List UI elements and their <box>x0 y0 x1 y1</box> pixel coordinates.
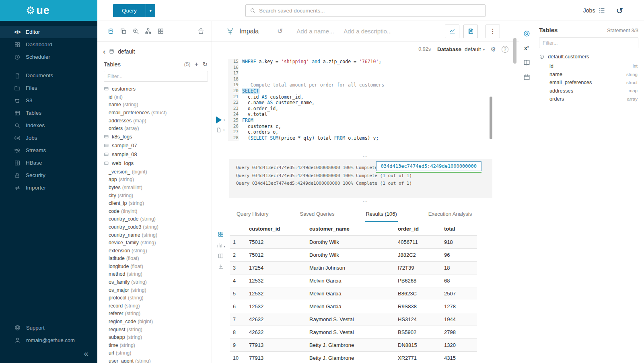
column-item-addresses[interactable]: addressesmap <box>539 87 638 95</box>
tab-saved-queries[interactable]: Saved Queries <box>299 211 335 222</box>
help-icon[interactable]: ? <box>502 46 508 53</box>
column-item-protocol[interactable]: protocol(string) <box>104 294 212 302</box>
code-line[interactable]: 17 <box>228 70 519 76</box>
back-chevron-icon[interactable]: ‹ <box>103 47 105 55</box>
database-select[interactable]: default ▾ <box>465 46 485 52</box>
table-row[interactable]: 842632Raymond S. VestalBS59022798 <box>230 326 477 339</box>
sidebar-item-editor[interactable]: </>Editor <box>0 26 97 38</box>
jobs-link[interactable]: Jobs <box>583 7 606 14</box>
sidebar-item-scheduler[interactable]: Scheduler <box>0 51 97 63</box>
snippet-history-icon[interactable]: ↺ <box>277 28 283 35</box>
search-plus-icon[interactable] <box>132 28 139 35</box>
code-line[interactable]: 26 customers c, <box>228 124 519 130</box>
column-item-name[interactable]: namestring <box>539 70 638 78</box>
sitemap-icon[interactable] <box>145 28 152 35</box>
code-line[interactable]: 18 <box>228 76 519 82</box>
tab-results-106[interactable]: Results (106) <box>365 211 397 222</box>
table-item-sample-08[interactable]: sample_08 <box>104 150 212 159</box>
table-item-customers[interactable]: customers <box>104 84 212 93</box>
new-query-button[interactable]: Query ▾ <box>113 4 155 17</box>
table-row[interactable]: 317254Martin JohnsonI72T3918 <box>230 262 477 274</box>
settings-gear-icon[interactable]: ⚙ <box>491 46 496 52</box>
column-header-order-id[interactable]: order_id <box>395 222 441 236</box>
sidebar-item-s3[interactable]: S3 <box>0 94 97 107</box>
table-item-sample-07[interactable]: sample_07 <box>104 141 212 150</box>
column-item-id[interactable]: idint <box>539 62 638 70</box>
target-icon[interactable] <box>523 30 531 37</box>
code-line[interactable]: 21 c.id AS customer_id, <box>228 94 519 100</box>
sidebar-item-support[interactable]: Support <box>0 322 97 334</box>
code-line[interactable]: 27 c.orders o, <box>228 129 519 135</box>
resize-handle-top[interactable]: ⋯ <box>212 154 519 159</box>
sidebar-item-documents[interactable]: Documents <box>0 69 97 82</box>
table-item-k8s-logs[interactable]: k8s_logs <box>104 132 212 141</box>
save-button[interactable] <box>463 25 478 38</box>
table-row[interactable]: 1077913Betty J. GiambroneXR27714315 <box>230 352 477 363</box>
column-item-record[interactable]: record(string) <box>104 302 212 310</box>
column-item-bytes[interactable]: bytes(smallint) <box>104 184 212 192</box>
column-item-subapp[interactable]: subapp(string) <box>104 333 212 341</box>
table-row[interactable]: 275012Dorothy WilkJ882C296 <box>230 249 477 262</box>
column-item-code[interactable]: code(tinyint) <box>104 207 212 215</box>
table-row[interactable]: 742632Raymond S. VestalHS31241944 <box>230 313 477 326</box>
grid-icon[interactable] <box>157 28 164 35</box>
column-item-region-code[interactable]: region_code(bigint) <box>104 318 212 326</box>
column-item-extension[interactable]: extension(string) <box>104 247 212 255</box>
column-header-customer-name[interactable]: customer_name <box>306 222 395 236</box>
column-item-referer[interactable]: referer(string) <box>104 310 212 318</box>
table-item-web-logs[interactable]: web_logs <box>104 159 212 168</box>
column-item-latitude[interactable]: latitude(float) <box>104 255 212 263</box>
column-item-os-major[interactable]: os_major(string) <box>104 286 212 294</box>
global-search-input[interactable] <box>259 8 481 14</box>
sidebar-item-files[interactable]: Files <box>0 82 97 94</box>
code-line[interactable]: 24 v.total <box>228 111 519 118</box>
download-icon[interactable] <box>218 264 224 270</box>
grid-view-icon[interactable] <box>218 231 224 237</box>
sidebar-item-jobs[interactable]: Jobs <box>0 132 97 144</box>
database-icon[interactable] <box>107 28 114 35</box>
copy-icon[interactable] <box>120 28 127 35</box>
query-name-input[interactable] <box>296 28 339 35</box>
sidebar-item-user[interactable]: romain@gethue.com <box>0 334 97 346</box>
column-item-app[interactable]: app(string) <box>104 176 212 184</box>
column-item-time[interactable]: time(string) <box>104 341 212 349</box>
sidebar-item-hbase[interactable]: HBase <box>0 157 97 169</box>
bag-icon[interactable] <box>198 28 204 35</box>
active-table-ref[interactable]: default.customers <box>539 54 638 60</box>
add-table-icon[interactable]: + <box>194 61 198 68</box>
column-item-country-name[interactable]: country_name(string) <box>104 231 212 239</box>
query-dropdown-caret-icon[interactable]: ▾ <box>146 4 155 17</box>
editor-scrollbar-thumb[interactable] <box>490 97 492 139</box>
column-item-email-preferences[interactable]: email_preferences(struct) <box>104 109 212 117</box>
format-dropdown[interactable]: ▾ <box>216 127 225 133</box>
column-header-customer-id[interactable]: customer_id <box>246 222 306 236</box>
code-line[interactable]: 16 <box>228 65 519 71</box>
code-line[interactable]: 15WHERE a.key = 'shipping' and a.zip_cod… <box>228 59 519 65</box>
sidebar-item-dashboard[interactable]: Dashboard <box>0 38 97 51</box>
chart-button[interactable] <box>445 25 459 38</box>
column-item-longitude[interactable]: longitude(float) <box>104 262 212 270</box>
table-row[interactable]: 175012Dorothy Wilk4056711918 <box>230 236 477 249</box>
column-item-client-ip[interactable]: client_ip(string) <box>104 199 212 207</box>
column-item-country-code[interactable]: country_code(string) <box>104 215 212 223</box>
column-item-city[interactable]: city(string) <box>104 192 212 200</box>
column-item-request[interactable]: request(string) <box>104 326 212 334</box>
column-item-addresses[interactable]: addresses(map) <box>104 117 212 125</box>
query-id-tooltip[interactable]: 034d413ec7474ed5:4249de1000000000 <box>376 161 481 171</box>
column-item-id[interactable]: id(int) <box>104 93 212 101</box>
sidebar-item-streams[interactable]: Streams <box>0 144 97 157</box>
column-header-total[interactable]: total <box>441 222 477 236</box>
database-name[interactable]: default <box>118 48 135 55</box>
sidebar-item-importer[interactable]: Importer <box>0 182 97 194</box>
column-item-country-code3[interactable]: country_code3(string) <box>104 223 212 231</box>
tab-query-history[interactable]: Query History <box>236 211 269 222</box>
code-line[interactable]: 25FROM <box>228 118 519 124</box>
query-description-input[interactable] <box>344 28 391 35</box>
sql-editor[interactable]: 15WHERE a.key = 'shipping' and a.zip_cod… <box>212 56 519 154</box>
column-item-name[interactable]: name(string) <box>104 101 212 109</box>
hue-logo[interactable]: ⚙ ue <box>0 0 97 21</box>
code-line[interactable]: 23 o.order_id, <box>228 106 519 112</box>
columns-view-icon[interactable] <box>218 253 224 259</box>
column-item-user-agent[interactable]: user_agent(string) <box>104 357 212 363</box>
table-row[interactable]: 612532Melvin GarciaR9S8381278 <box>230 300 477 313</box>
